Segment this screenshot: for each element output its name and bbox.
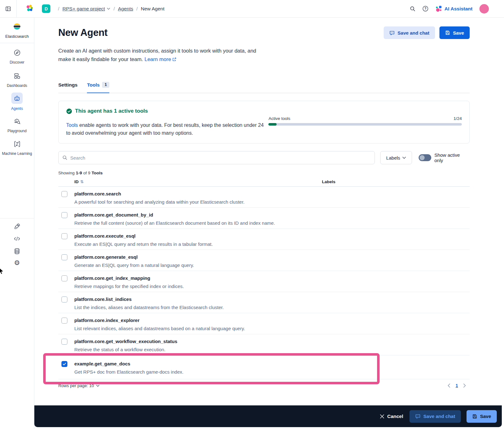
table-row[interactable]: platform.core.list_indices List the indi… [58, 292, 470, 313]
elastic-logo [26, 4, 33, 13]
page-number-1[interactable]: 1 [455, 383, 458, 388]
search-icon[interactable] [410, 6, 415, 12]
active-tools-callout: This agent has 1 active tools Tools enab… [58, 101, 470, 144]
table-row[interactable]: platform.core.get_document_by_id Retriev… [58, 208, 470, 229]
table-row[interactable]: platform.core.search A powerful tool for… [58, 187, 470, 208]
tool-description: Get RPS+ doc from Elasticsearch game-doc… [74, 369, 183, 375]
tab-tools[interactable]: Tools 1 [87, 82, 109, 93]
save-button-bottom[interactable]: Save [467, 410, 497, 423]
tool-description: Retrieve mappings for the specified inde… [74, 283, 184, 289]
tools-table-body: platform.core.search A powerful tool for… [58, 187, 470, 379]
collapse-sidebar-icon[interactable] [5, 6, 11, 12]
tool-checkbox[interactable] [61, 191, 67, 197]
tool-description: Retrieve the full content (source) of an… [74, 220, 275, 226]
pagination: 1 [448, 383, 466, 388]
bottom-action-bar: Cancel Save and chat Save [34, 405, 502, 427]
cancel-button[interactable]: Cancel [380, 414, 403, 419]
help-icon[interactable]: ? [422, 6, 428, 12]
tool-id: platform.core.get_workflow_execution_sta… [74, 338, 177, 344]
tool-description: List the indices, aliases and datastream… [74, 304, 224, 310]
table-header: ID ⇅ Labels [58, 177, 470, 187]
table-row[interactable]: platform.core.index_explorer List releva… [58, 313, 470, 334]
ai-assistant-icon [435, 5, 442, 12]
search-input[interactable] [70, 155, 371, 161]
active-tools-progress: Active tools 1/24 [268, 116, 462, 137]
breadcrumb-agents[interactable]: Agents [118, 6, 133, 12]
save-and-chat-button-bottom[interactable]: Save and chat [410, 410, 461, 423]
tool-description: A powerful tool for searching and analyz… [74, 199, 244, 205]
tool-id: platform.core.generate_esql [74, 254, 194, 260]
learn-more-link[interactable]: Learn more [145, 56, 171, 62]
labels-filter-button[interactable]: Labels [380, 151, 412, 164]
tool-checkbox[interactable] [61, 212, 67, 218]
sidebar: Elasticsearch Discover Dashboards [0, 18, 34, 429]
sidebar-item-playground[interactable]: Playground [0, 118, 34, 133]
table-row[interactable]: platform.core.get_workflow_execution_sta… [58, 334, 470, 355]
tool-checkbox[interactable] [61, 296, 67, 302]
page-description: Create an AI agent with custom instructi… [58, 47, 470, 64]
tools-link[interactable]: Tools [66, 122, 78, 128]
show-active-only-toggle[interactable]: Show active only [419, 152, 470, 163]
progress-value: 1/24 [454, 116, 462, 121]
sidebar-item-machine-learning[interactable]: Machine Learning [0, 140, 34, 156]
tool-checkbox[interactable] [61, 254, 67, 260]
tool-checkbox[interactable] [61, 233, 67, 239]
rows-per-page-button[interactable]: Rows per page: 10 [58, 383, 100, 388]
tool-description: Retrieve the status of a workflow execut… [74, 347, 177, 353]
sidebar-item-dashboards[interactable]: Dashboards [0, 72, 34, 88]
breadcrumb: / RPS+ game project / Agents / New Agent [55, 6, 164, 12]
table-row[interactable]: platform.core.generate_esql Generate an … [58, 250, 470, 271]
sidebar-item-dev-tools[interactable] [0, 235, 34, 244]
sidebar-item-getting-started[interactable] [0, 223, 34, 231]
top-header: D / RPS+ game project / Agents / New Age… [0, 0, 504, 18]
column-header-labels: Labels [322, 179, 335, 184]
search-icon [62, 155, 67, 160]
tool-checkbox[interactable] [61, 318, 67, 324]
tool-checkbox[interactable] [61, 275, 67, 281]
next-page-button[interactable] [463, 383, 466, 388]
breadcrumb-project[interactable]: RPS+ game project [62, 6, 110, 12]
external-link-icon [172, 57, 176, 61]
tool-id: platform.core.execute_esql [74, 233, 213, 239]
sidebar-item-settings[interactable]: ⚙ [0, 259, 34, 266]
tool-description: Generate an ES|QL query from a natural l… [74, 262, 194, 268]
sidebar-item-elasticsearch[interactable]: Elasticsearch [0, 18, 34, 43]
progress-track [268, 123, 462, 126]
ai-assistant-button[interactable]: AI Assistant [435, 5, 472, 12]
tool-description: List relevant indices, aliases and datas… [74, 325, 245, 331]
sidebar-item-agents[interactable]: Agents [0, 93, 34, 111]
machine-learning-icon [14, 140, 21, 149]
table-row[interactable]: example.get_game_docs Get RPS+ doc from … [58, 355, 470, 379]
progress-label: Active tools [268, 116, 290, 121]
save-button[interactable]: Save [439, 26, 470, 39]
tool-checkbox[interactable] [61, 339, 67, 345]
svg-text:?: ? [424, 7, 426, 10]
gear-icon: ⚙ [14, 259, 20, 266]
tools-count-badge: 1 [102, 82, 109, 88]
column-header-id[interactable]: ID ⇅ [74, 179, 83, 184]
previous-page-button[interactable] [448, 383, 450, 388]
table-row[interactable]: platform.core.execute_esql Execute an ES… [58, 229, 470, 250]
rocket-icon [14, 223, 20, 231]
sidebar-item-discover[interactable]: Discover [0, 49, 34, 65]
project-initial-badge[interactable]: D [42, 4, 50, 13]
tool-id: platform.core.get_index_mapping [74, 275, 184, 281]
chevron-down-icon [96, 385, 100, 387]
tool-checkbox[interactable] [61, 361, 67, 367]
chevron-down-icon [107, 8, 110, 10]
sidebar-item-data-management[interactable] [0, 248, 34, 256]
sidebar-divider [0, 218, 34, 218]
main-content: New Agent Save and chat Save [34, 18, 504, 429]
compass-icon [14, 49, 21, 58]
tool-id: example.get_game_docs [74, 361, 183, 367]
close-icon [380, 414, 384, 419]
elasticsearch-logo [12, 22, 22, 32]
tab-bar: Settings Tools 1 [58, 82, 470, 93]
table-row[interactable]: platform.core.get_index_mapping Retrieve… [58, 271, 470, 292]
tool-id: platform.core.get_document_by_id [74, 212, 275, 218]
user-avatar[interactable] [479, 4, 489, 14]
toggle-switch[interactable] [419, 154, 431, 161]
tab-settings[interactable]: Settings [58, 82, 77, 93]
save-and-chat-button[interactable]: Save and chat [384, 26, 435, 39]
results-count: Showing1-9of 9Tools [58, 171, 470, 175]
